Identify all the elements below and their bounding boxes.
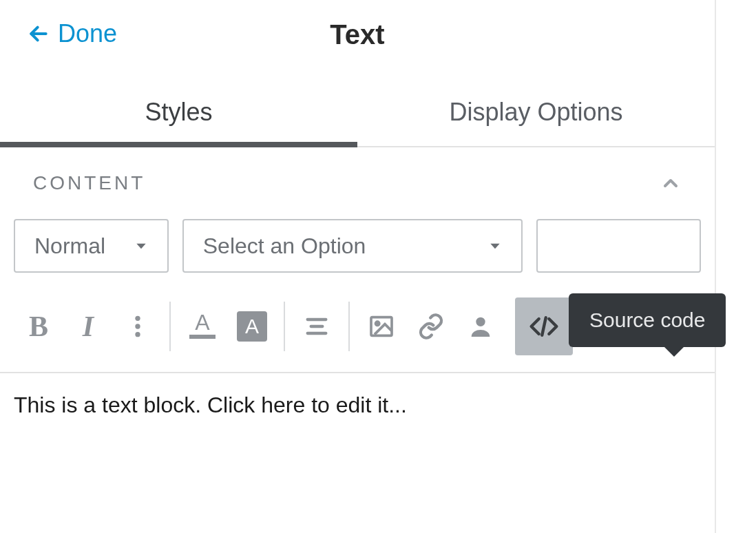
text-style-value: Normal xyxy=(34,233,105,259)
image-icon xyxy=(368,313,395,340)
person-tag-button[interactable] xyxy=(456,302,505,351)
link-button[interactable] xyxy=(406,302,456,351)
svg-point-5 xyxy=(135,332,140,337)
svg-marker-2 xyxy=(491,244,500,249)
code-icon xyxy=(529,311,559,342)
toolbar-separator xyxy=(284,302,285,351)
link-icon xyxy=(417,313,445,340)
more-formatting-button[interactable] xyxy=(113,302,162,351)
chevron-down-icon xyxy=(134,239,148,253)
svg-marker-1 xyxy=(136,244,145,249)
bold-button[interactable]: B xyxy=(14,302,63,351)
text-style-dropdown[interactable]: Normal xyxy=(14,219,169,273)
more-vertical-icon xyxy=(124,313,151,340)
toolbar-separator xyxy=(348,302,350,351)
text-color-icon: A xyxy=(189,311,216,342)
done-button[interactable]: Done xyxy=(28,19,117,48)
content-section-header[interactable]: CONTENT xyxy=(0,147,715,219)
svg-point-10 xyxy=(376,322,379,325)
align-center-icon xyxy=(303,313,330,340)
done-label: Done xyxy=(58,19,117,48)
chevron-up-icon xyxy=(660,172,682,194)
background-color-icon: A xyxy=(237,311,267,342)
chevron-down-icon xyxy=(488,239,502,253)
font-option-value: Select an Option xyxy=(203,233,366,259)
dropdown-row: Normal Select an Option xyxy=(0,219,715,285)
svg-point-4 xyxy=(135,324,140,328)
source-code-tooltip: Source code xyxy=(569,293,726,347)
svg-point-11 xyxy=(476,317,485,326)
text-editor-area[interactable]: This is a text block. Click here to edit… xyxy=(0,372,715,454)
svg-line-12 xyxy=(542,317,546,335)
content-section-label: CONTENT xyxy=(33,172,145,194)
background-color-button[interactable]: A xyxy=(227,302,277,351)
svg-point-3 xyxy=(135,316,140,321)
toolbar-separator xyxy=(169,302,171,351)
source-code-button[interactable] xyxy=(515,297,573,355)
size-dropdown[interactable] xyxy=(536,219,701,273)
italic-button[interactable]: I xyxy=(63,302,113,351)
align-button[interactable] xyxy=(292,302,342,351)
tabs: Styles Display Options xyxy=(0,76,715,147)
image-button[interactable] xyxy=(357,302,406,351)
text-color-button[interactable]: A xyxy=(178,302,227,351)
font-option-dropdown[interactable]: Select an Option xyxy=(182,219,523,273)
tab-styles[interactable]: Styles xyxy=(0,76,357,146)
panel-title: Text xyxy=(330,19,384,50)
text-block-settings-panel: Done Text Styles Display Options CONTENT… xyxy=(0,0,716,533)
tab-display-options[interactable]: Display Options xyxy=(357,76,715,146)
panel-header: Done Text xyxy=(0,0,715,76)
arrow-left-icon xyxy=(28,23,50,45)
person-icon xyxy=(467,313,494,340)
